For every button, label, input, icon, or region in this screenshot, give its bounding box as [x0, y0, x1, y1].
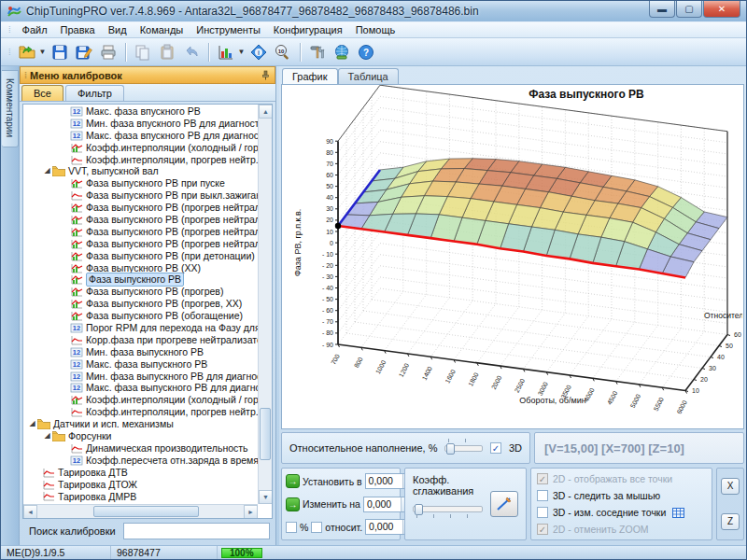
tree-item[interactable]: Фаза выпускного РВ (обогащение) [23, 310, 258, 322]
tree-vertical-scrollbar[interactable]: ▲ ▼ [258, 105, 272, 504]
tree-item[interactable]: 12Порог RPM для перехода на Фазу для реж… [23, 322, 258, 334]
tree-item[interactable]: Динамическая производительность [23, 442, 258, 455]
tree-item[interactable]: Тарировка ДТОЖ [23, 479, 258, 491]
tree-item[interactable]: Фаза выпускного РВ (прогрев, ХХ) [23, 298, 258, 310]
save-as-button[interactable] [72, 41, 96, 63]
percent-checkbox[interactable]: ✓ [286, 522, 297, 533]
tree-item[interactable]: 12Макс. фаза выпускного РВ для диагности… [23, 382, 258, 394]
scroll-down-button[interactable]: ▼ [259, 490, 273, 504]
load-slider-ticks [448, 439, 478, 442]
open-dropdown-caret[interactable]: ▼ [39, 48, 48, 56]
tree-item[interactable]: 12Макс. фаза выпускного РВ [23, 358, 258, 371]
tree-horizontal-scrollbar[interactable]: ◄ ► [23, 504, 258, 518]
expand-toggle[interactable]: ◢ [42, 165, 52, 177]
mode-checkbox[interactable]: ✓ [537, 490, 548, 501]
tree-item[interactable]: Фаза выпускного РВ (прогрев нейтрал., хо… [23, 214, 258, 226]
tree-item[interactable]: Фаза выпускного РВ (прогрев нейтрал., ХХ… [23, 226, 258, 238]
save-button[interactable] [48, 41, 72, 63]
selected-point-marker[interactable] [335, 223, 341, 229]
maximize-button[interactable]: ▢ [676, 1, 702, 18]
tree-item[interactable]: 12Коэфф.пересчета отн.заряда в время впр… [23, 455, 258, 467]
vertical-scroll-thumb[interactable] [260, 408, 271, 460]
load-slider-thumb[interactable] [446, 443, 455, 455]
x-axis-button[interactable]: X [721, 478, 740, 495]
minimize-button[interactable]: ▬ [649, 1, 675, 18]
menu-Конфигурация[interactable]: Конфигурация [267, 22, 349, 37]
menu-Инструменты[interactable]: Инструменты [190, 22, 267, 37]
smoothing-slider-track[interactable] [413, 506, 483, 512]
tools-button[interactable] [305, 41, 330, 63]
tree-item[interactable]: Фаза выпускного РВ при пуске [23, 177, 258, 189]
help-button[interactable]: ? [354, 41, 378, 63]
menu-Файл[interactable]: Файл [16, 22, 54, 37]
tree-item[interactable]: Корр.фаза при прогреве нейтрализатора [23, 334, 258, 346]
apply-change-button[interactable]: → [286, 497, 300, 511]
tree-item[interactable]: Коэфф.интерполяции, прогрев нейтр. (холо… [23, 154, 258, 166]
3d-checkbox[interactable]: ✓ [490, 442, 501, 454]
tree-item[interactable]: Коэфф.интерполяции, прогрев нейтр. (холо… [23, 406, 258, 418]
close-button[interactable]: ✕ [703, 1, 740, 18]
tab-График[interactable]: График [282, 68, 338, 84]
comments-tab[interactable]: Комментарии [2, 70, 19, 147]
tree-item[interactable]: Коэфф.интерполяции (холодный / горячий ) [23, 394, 258, 406]
tree-item[interactable]: ◢VVT, выпускной вал [23, 165, 258, 177]
apply-set-button[interactable]: → [286, 474, 300, 488]
z-axis-label: Относительное наполнение [704, 311, 742, 320]
tree-item[interactable]: Коэфф.интерполяции (холодный / горячий ) [23, 142, 258, 154]
tree-item[interactable]: Фаза выпускного РВ [23, 273, 258, 286]
chart-dropdown-caret[interactable]: ▼ [238, 48, 247, 56]
scroll-left-button[interactable]: ◄ [23, 505, 37, 519]
smoothing-slider[interactable] [413, 502, 483, 515]
print-button[interactable] [96, 41, 120, 63]
menu-Команды[interactable]: Команды [134, 22, 190, 37]
mode-checkbox[interactable]: ✓ [537, 507, 548, 518]
chart-view-button[interactable] [214, 41, 238, 63]
tree-item[interactable]: Фаза выпускного РВ (прогрев нейтрал., ХХ… [23, 238, 258, 250]
tree-item[interactable]: 12Мин. фаза впускного РВ для диагностики [23, 118, 258, 130]
open-file-button[interactable] [15, 41, 39, 63]
tree-item[interactable]: 12Мин. фаза выпускного РВ для диагностик… [23, 371, 258, 383]
tree-item[interactable]: 12Макс. фаза впускного РВ [23, 105, 258, 118]
map-3d-icon [70, 287, 83, 297]
comments-tab-label: Комментарии [5, 78, 15, 137]
undo-button[interactable] [179, 41, 204, 63]
mode-checkbox[interactable]: ✓ [537, 524, 548, 535]
tab-Таблица[interactable]: Таблица [338, 68, 399, 84]
z-tick-label: 60 [734, 331, 741, 338]
z-axis-button[interactable]: Z [721, 513, 740, 530]
load-slider[interactable] [444, 441, 482, 455]
expand-toggle[interactable]: ◢ [42, 430, 52, 442]
internet-update-button[interactable] [330, 41, 354, 63]
menu-Правка[interactable]: Правка [54, 22, 102, 37]
tree-item[interactable]: Фаза выпускного РВ (прогрев) [23, 286, 258, 298]
search-input[interactable] [123, 523, 270, 539]
tree-item[interactable]: ◢Форсунки [23, 430, 258, 442]
paste-button[interactable] [155, 41, 179, 63]
tree-item[interactable]: 12Мин. фаза выпускного РВ [23, 346, 258, 358]
tree-item[interactable]: Фаза выпускного РВ (при детонации) [23, 250, 258, 262]
menu-Помощь[interactable]: Помощь [349, 22, 402, 37]
tree-item[interactable]: ◢Датчики и исп. механизмы [23, 418, 258, 430]
pin-icon[interactable] [261, 70, 271, 80]
expand-toggle[interactable]: ◢ [27, 418, 37, 430]
surface-chart[interactable]: - 90- 80- 70- 60- 50- 40- 30- 20- 100102… [282, 85, 742, 428]
checksum-button[interactable]: 10 [271, 41, 295, 63]
tab-Все[interactable]: Все [21, 85, 63, 101]
tab-Фильтр[interactable]: Фильтр [65, 85, 124, 101]
tree-item[interactable]: Фаза выпускного РВ (прогрев нейтрализато… [23, 202, 258, 214]
tree-item[interactable]: Тарировка ДТВ [23, 467, 258, 479]
compare-button[interactable]: i [247, 41, 271, 63]
scroll-up-button[interactable]: ▲ [259, 105, 273, 119]
tree-item[interactable]: Тарировка ДМРВ [23, 491, 258, 503]
relative-checkbox[interactable]: ✓ [311, 522, 322, 533]
search-label: Поиск калибровки [29, 525, 116, 537]
tree-item[interactable]: 12Макс. фаза впускного РВ для диагностик… [23, 130, 258, 142]
tree-item[interactable]: Фаза выпускного РВ при выкл.зажигания [23, 189, 258, 202]
horizontal-scroll-thumb[interactable] [93, 506, 199, 517]
menu-Вид[interactable]: Вид [102, 22, 134, 37]
y-tick-label: 50 [326, 183, 333, 189]
apply-smoothing-button[interactable] [490, 491, 518, 517]
scroll-right-button[interactable]: ► [244, 505, 258, 519]
copy-button[interactable] [131, 41, 155, 63]
mode-checkbox[interactable]: ✓ [537, 473, 548, 484]
